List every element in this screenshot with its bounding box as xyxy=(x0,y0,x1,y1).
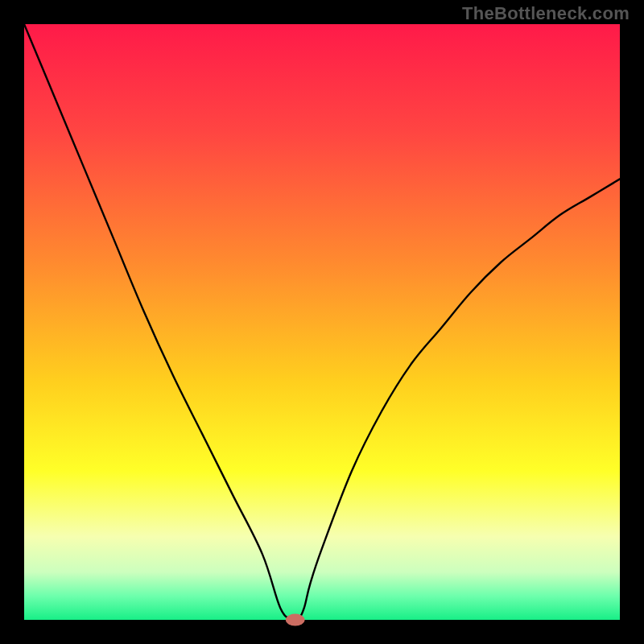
plot-background xyxy=(24,24,620,620)
optimum-marker xyxy=(286,614,305,626)
chart-frame: { "watermark": "TheBottleneck.com", "cha… xyxy=(0,0,644,644)
bottleneck-chart xyxy=(0,0,644,644)
